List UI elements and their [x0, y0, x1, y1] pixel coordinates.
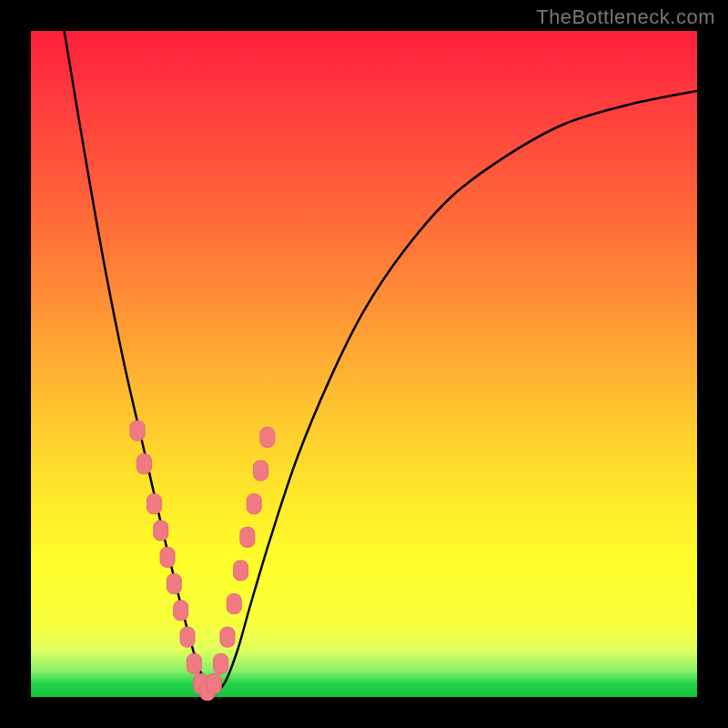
highlight-dot	[187, 653, 201, 673]
highlight-dot	[136, 454, 151, 474]
highlight-dot	[180, 627, 195, 647]
highlight-dot	[260, 428, 275, 448]
highlight-dot	[240, 527, 255, 547]
highlight-dot	[174, 601, 188, 621]
highlight-dot	[207, 673, 221, 693]
curve-layer	[31, 31, 697, 697]
plot-area	[31, 31, 697, 697]
chart-frame: TheBottleneck.com	[0, 0, 728, 728]
highlight-dot	[160, 547, 175, 567]
highlight-dot	[247, 494, 261, 514]
highlight-dot	[227, 594, 241, 614]
highlight-dot	[214, 653, 228, 673]
highlight-dot	[220, 627, 235, 647]
bottleneck-curve	[65, 31, 697, 692]
highlight-dot	[254, 460, 268, 480]
highlight-dot	[234, 561, 248, 581]
highlight-dot	[130, 420, 145, 440]
highlight-dots	[130, 420, 275, 700]
highlight-dot	[167, 574, 181, 594]
highlight-dot	[147, 494, 161, 514]
watermark-text: TheBottleneck.com	[536, 5, 715, 29]
highlight-dot	[154, 521, 168, 541]
